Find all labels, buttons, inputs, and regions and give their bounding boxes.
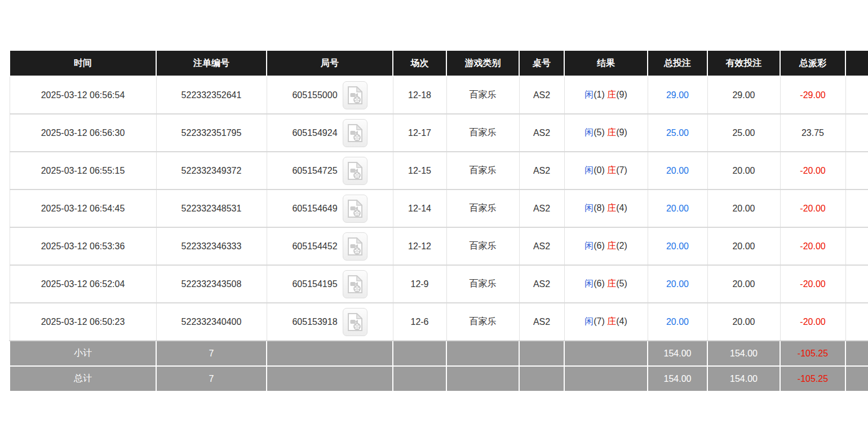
video-file-icon (348, 275, 362, 293)
cell-time: 2025-03-12 06:56:30 (10, 114, 156, 152)
table-row: 2025-03-12 06:56:54 522332352641 6051550… (10, 76, 868, 114)
result-player-label: 闲 (584, 90, 594, 99)
header-game-type: 游戏类别 (446, 50, 519, 76)
cell-valid-bet: 25.00 (707, 114, 780, 152)
video-replay-button[interactable] (343, 195, 367, 223)
cell-valid-bet: 29.00 (707, 76, 780, 114)
cell-total-bet[interactable]: 20.00 (648, 152, 707, 190)
round-id-text: 605154452 (292, 241, 337, 251)
cell-game-type: 百家乐 (446, 76, 519, 114)
header-session: 场次 (393, 50, 446, 76)
total-row: 总计 7 154.00 154.00 -105.25 (10, 366, 868, 391)
cell-bet-id: 522332349372 (156, 152, 267, 190)
cell-total-bet[interactable]: 20.00 (648, 303, 707, 341)
cell-session: 12-15 (393, 152, 446, 190)
subtotal-row: 小计 7 154.00 154.00 -105.25 (10, 341, 868, 366)
total-empty (519, 366, 564, 391)
cell-time: 2025-03-12 06:50:23 (10, 303, 156, 341)
cell-total-bet[interactable]: 29.00 (648, 76, 707, 114)
cell-session: 12-12 (393, 227, 446, 265)
cell-round-id: 605154725 (267, 152, 393, 190)
result-player-label: 闲 (584, 241, 594, 250)
cell-total-bet[interactable]: 20.00 (648, 265, 707, 303)
bet-history-table: 时间 注单编号 局号 场次 游戏类别 桌号 结果 总投注 有效投注 总派彩 20… (9, 50, 868, 392)
cell-game-type: 百家乐 (446, 190, 519, 227)
result-banker-score: (4) (616, 316, 627, 326)
cell-total-payout: -20.00 (780, 303, 845, 341)
cell-bet-id: 522332348531 (156, 190, 267, 227)
video-file-icon (348, 162, 362, 180)
header-result: 结果 (564, 50, 648, 76)
round-id-text: 605154649 (292, 204, 337, 213)
cell-table-no: AS2 (519, 76, 564, 114)
round-id-text: 605155000 (292, 90, 337, 100)
table-row: 2025-03-12 06:53:36 522332346333 6051544… (10, 227, 868, 265)
table-row: 2025-03-12 06:52:04 522332343508 6051541… (10, 265, 868, 303)
video-replay-button[interactable] (343, 308, 367, 336)
cell-extra (845, 76, 868, 114)
cell-result: 闲(6) 庄(2) (564, 227, 648, 265)
header-time: 时间 (10, 50, 156, 76)
result-player-score: (7) (594, 316, 605, 326)
cell-total-bet[interactable]: 20.00 (648, 190, 707, 227)
cell-time: 2025-03-12 06:53:36 (10, 227, 156, 265)
result-banker-score: (2) (616, 241, 627, 250)
header-total-payout: 总派彩 (780, 50, 845, 76)
result-banker-score: (7) (616, 165, 627, 175)
cell-total-bet[interactable]: 25.00 (648, 114, 707, 152)
cell-time: 2025-03-12 06:54:45 (10, 190, 156, 227)
cell-valid-bet: 20.00 (707, 227, 780, 265)
cell-game-type: 百家乐 (446, 303, 519, 341)
header-row: 时间 注单编号 局号 场次 游戏类别 桌号 结果 总投注 有效投注 总派彩 (10, 50, 868, 76)
subtotal-total-payout: -105.25 (780, 341, 845, 366)
subtotal-empty (267, 341, 393, 366)
cell-game-type: 百家乐 (446, 152, 519, 190)
video-replay-button[interactable] (343, 119, 367, 147)
cell-total-payout: -20.00 (780, 190, 845, 227)
cell-total-bet[interactable]: 20.00 (648, 227, 707, 265)
result-player-score: (6) (594, 279, 605, 288)
video-file-icon (348, 200, 362, 218)
header-total-bet: 总投注 (648, 50, 707, 76)
round-id-text: 605154725 (292, 166, 337, 175)
total-valid-bet: 154.00 (707, 366, 780, 391)
cell-game-type: 百家乐 (446, 265, 519, 303)
subtotal-valid-bet: 154.00 (707, 341, 780, 366)
result-player-score: (0) (594, 165, 605, 175)
result-banker-label: 庄 (607, 203, 616, 213)
total-empty (446, 366, 519, 391)
cell-result: 闲(1) 庄(9) (564, 76, 648, 114)
video-file-icon (348, 237, 362, 255)
result-banker-label: 庄 (607, 241, 616, 250)
cell-game-type: 百家乐 (446, 114, 519, 152)
cell-game-type: 百家乐 (446, 227, 519, 265)
video-replay-button[interactable] (343, 157, 367, 185)
cell-extra (845, 190, 868, 227)
cell-bet-id: 522332343508 (156, 265, 267, 303)
cell-table-no: AS2 (519, 227, 564, 265)
result-player-label: 闲 (584, 203, 594, 213)
subtotal-count: 7 (156, 341, 267, 366)
header-valid-bet: 有效投注 (707, 50, 780, 76)
round-id-text: 605154195 (292, 279, 337, 289)
video-replay-button[interactable] (343, 270, 367, 298)
total-empty (845, 366, 868, 391)
cell-round-id: 605154924 (267, 114, 393, 152)
total-total-bet: 154.00 (648, 366, 707, 391)
subtotal-empty (564, 341, 648, 366)
cell-extra (845, 152, 868, 190)
result-banker-label: 庄 (607, 90, 616, 99)
video-replay-button[interactable] (343, 232, 367, 261)
subtotal-total-bet: 154.00 (648, 341, 707, 366)
cell-total-payout: 23.75 (780, 114, 845, 152)
total-empty (267, 366, 393, 391)
cell-extra (845, 227, 868, 265)
cell-total-payout: -20.00 (780, 152, 845, 190)
subtotal-label: 小计 (10, 341, 156, 366)
cell-table-no: AS2 (519, 190, 564, 227)
video-replay-button[interactable] (343, 81, 367, 109)
table-row: 2025-03-12 06:55:15 522332349372 6051547… (10, 152, 868, 190)
result-banker-score: (5) (616, 279, 627, 288)
cell-session: 12-14 (393, 190, 446, 227)
header-extra (845, 50, 868, 76)
